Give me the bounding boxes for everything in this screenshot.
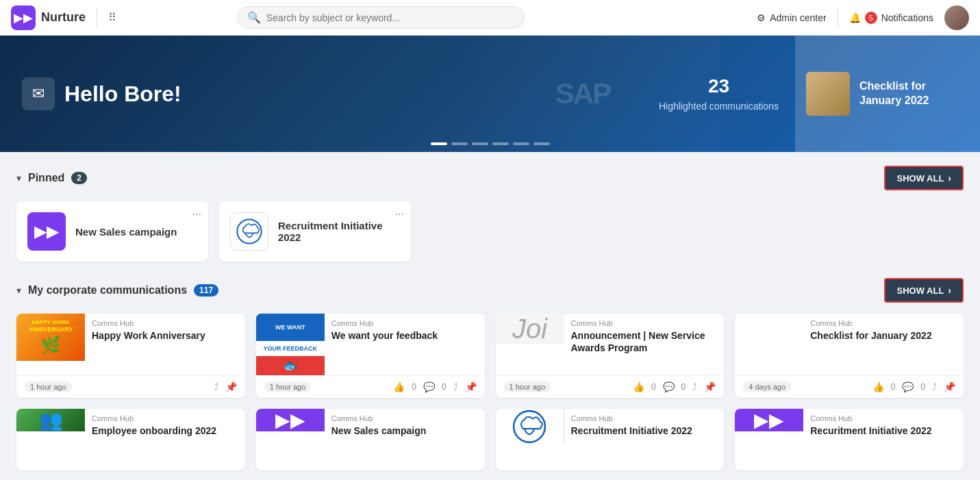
comm-thumb-purple2: ▶▶ xyxy=(735,409,803,470)
pinned-cards-list: ▶▶ New Sales campaign ··· Recruitment In… xyxy=(16,201,964,262)
comm-card[interactable]: ▶▶ Comms Hub Recuritment Initiative 2022 xyxy=(735,409,964,470)
like-icon[interactable]: 👍 xyxy=(872,381,884,392)
like-count: 0 xyxy=(412,382,416,392)
comm-card[interactable]: 👥 Comms Hub Employee onboarding 2022 xyxy=(16,409,245,470)
pin-icon[interactable]: 📌 xyxy=(704,381,716,392)
feedback-thumb-image: WE WANT YOUR FEEDBACK 🐟 xyxy=(256,314,325,375)
corporate-toggle-icon[interactable]: ▾ xyxy=(16,285,21,296)
comm-card-top: 👥 Comms Hub Employee onboarding 2022 xyxy=(16,409,245,470)
search-bar[interactable]: 🔍 xyxy=(237,6,525,29)
mail-icon: ✉ xyxy=(22,77,55,110)
time-ago-badge: 4 days ago xyxy=(743,381,791,392)
pinned-card-icon: ▶▶ xyxy=(27,212,66,251)
comm-card-footer: 1 hour ago 👍 0 💬 0 ⤴ 📌 xyxy=(256,375,485,398)
header-divider xyxy=(97,8,97,27)
svg-point-0 xyxy=(237,219,261,243)
comm-card-title: Happy Work Anniversary xyxy=(92,329,238,342)
comm-card[interactable]: HAPPY WORK ANNIVERSARY 🌿 Comms Hub Happy… xyxy=(16,314,245,398)
sap-logo: SAP xyxy=(555,77,610,110)
pinned-card-menu-icon[interactable]: ··· xyxy=(192,208,201,220)
search-input[interactable] xyxy=(266,12,514,23)
pinned-show-all-button[interactable]: SHOW ALL › xyxy=(884,166,964,190)
pinned-card[interactable]: Recruitment Initiative 2022 ··· xyxy=(219,201,411,262)
share-icon[interactable]: ⤴ xyxy=(692,381,697,392)
pin-icon[interactable]: 📌 xyxy=(944,381,955,392)
pin-icon[interactable]: 📌 xyxy=(465,381,477,392)
grid-icon[interactable]: ⠿ xyxy=(108,11,116,24)
corporate-show-all-button[interactable]: SHOW ALL › xyxy=(884,278,964,303)
like-icon[interactable]: 👍 xyxy=(633,381,644,392)
chevron-right-icon2: › xyxy=(948,285,951,296)
purple-thumb-image: ▶▶ xyxy=(256,409,325,431)
app-logo[interactable]: ▶▶ Nurture xyxy=(11,5,86,30)
pinned-card[interactable]: ▶▶ New Sales campaign ··· xyxy=(16,201,208,262)
comm-card-footer: 1 hour ago ⤴ 📌 xyxy=(16,375,245,398)
highlighted-section: 23 Highlighted communications Checklist … xyxy=(642,36,980,152)
avatar[interactable] xyxy=(944,5,969,30)
card-footer-actions: ⤴ 📌 xyxy=(214,381,237,392)
comment-icon[interactable]: 💬 xyxy=(663,381,675,392)
corporate-cards-grid: HAPPY WORK ANNIVERSARY 🌿 Comms Hub Happy… xyxy=(16,314,964,398)
comm-card-title: We want your feedback xyxy=(331,329,478,342)
comm-hub-label: Comms Hub xyxy=(571,319,718,327)
pinned-card-menu-icon[interactable]: ··· xyxy=(395,208,404,220)
dot-1[interactable] xyxy=(431,142,447,145)
comm-card[interactable]: WE WANT YOUR FEEDBACK 🐟 Comms Hub We wan… xyxy=(256,314,485,398)
pinned-title: Pinned xyxy=(28,172,64,184)
share-icon[interactable]: ⤴ xyxy=(214,381,218,392)
notifications-label: Notifications xyxy=(881,12,933,23)
hero-dots xyxy=(431,142,550,145)
dot-4[interactable] xyxy=(492,142,509,145)
comm-hub-label: Comms Hub xyxy=(331,414,478,422)
purple2-thumb-image: ▶▶ xyxy=(735,409,803,431)
pin-icon[interactable]: 📌 xyxy=(225,381,237,392)
comm-thumb-anniversary: HAPPY WORK ANNIVERSARY 🌿 xyxy=(16,314,85,375)
corporate-show-all-label: SHOW ALL xyxy=(896,286,944,296)
comm-card[interactable]: Joi Comms Hub Announcement | New Service… xyxy=(496,314,725,398)
comm-card-top: ▶▶ Comms Hub New Sales campaign xyxy=(256,409,485,470)
comm-thumb-semos xyxy=(496,409,564,470)
card-footer-actions: 👍 0 💬 0 ⤴ 📌 xyxy=(872,381,955,392)
checklist-highlight-card[interactable]: Checklist for January 2022 xyxy=(795,36,980,152)
avatar-image xyxy=(944,5,969,30)
comm-card-footer: 4 days ago 👍 0 💬 0 ⤴ 📌 xyxy=(735,375,964,398)
comm-card-info: Comms Hub Checklist for January 2022 xyxy=(803,314,964,375)
share-icon[interactable]: ⤴ xyxy=(932,381,937,392)
bell-icon: 🔔 xyxy=(849,12,861,23)
pinned-card-name: Recruitment Initiative 2022 xyxy=(278,220,400,243)
header: ▶▶ Nurture ⠿ 🔍 ⚙ Admin center 🔔 5 Notifi… xyxy=(0,0,980,36)
comment-icon[interactable]: 💬 xyxy=(423,381,435,392)
hello-section: ✉ Hello Bore! xyxy=(22,77,181,110)
svg-point-1 xyxy=(514,411,545,442)
hero-banner: SAP ✉ Hello Bore! 23 Highlighted communi… xyxy=(0,36,980,152)
dot-5[interactable] xyxy=(513,142,529,145)
admin-center-link[interactable]: ⚙ Admin center xyxy=(757,12,826,23)
comm-card[interactable]: ▶▶ Comms Hub New Sales campaign xyxy=(256,409,485,470)
welcome-thumb-image: 👥 xyxy=(16,409,85,431)
share-icon[interactable]: ⤴ xyxy=(453,381,458,392)
comm-card-info: Comms Hub Recruitment Initiative 2022 xyxy=(564,409,725,470)
dot-3[interactable] xyxy=(472,142,488,145)
notification-badge: 5 xyxy=(865,12,877,24)
logo-icon: ▶▶ xyxy=(11,5,36,30)
comm-card[interactable]: Comms Hub Recruitment Initiative 2022 xyxy=(496,409,725,470)
time-ago-badge: 1 hour ago xyxy=(504,381,551,392)
chevron-right-icon: › xyxy=(948,173,951,184)
dot-2[interactable] xyxy=(451,142,468,145)
comm-card-info: Comms Hub Happy Work Anniversary xyxy=(85,314,245,375)
main-content: ▾ Pinned 2 SHOW ALL › ▶▶ New Sales campa… xyxy=(0,152,980,480)
comment-icon[interactable]: 💬 xyxy=(902,381,914,392)
comm-card-info: Comms Hub New Sales campaign xyxy=(325,409,485,470)
like-count: 0 xyxy=(651,382,656,392)
app-name: Nurture xyxy=(41,10,86,25)
comm-thumb-welcome: 👥 xyxy=(16,409,85,470)
card-footer-actions: 👍 0 💬 0 ⤴ 📌 xyxy=(393,381,476,392)
pinned-toggle-icon[interactable]: ▾ xyxy=(16,173,21,184)
notifications-button[interactable]: 🔔 5 Notifications xyxy=(849,12,933,24)
like-icon[interactable]: 👍 xyxy=(393,381,405,392)
dot-6[interactable] xyxy=(533,142,550,145)
comm-card-title: Checklist for January 2022 xyxy=(810,329,957,342)
card-footer-actions: 👍 0 💬 0 ⤴ 📌 xyxy=(633,381,716,392)
header-right: ⚙ Admin center 🔔 5 Notifications xyxy=(757,5,969,30)
comm-card[interactable]: Comms Hub Checklist for January 2022 4 d… xyxy=(735,314,964,398)
